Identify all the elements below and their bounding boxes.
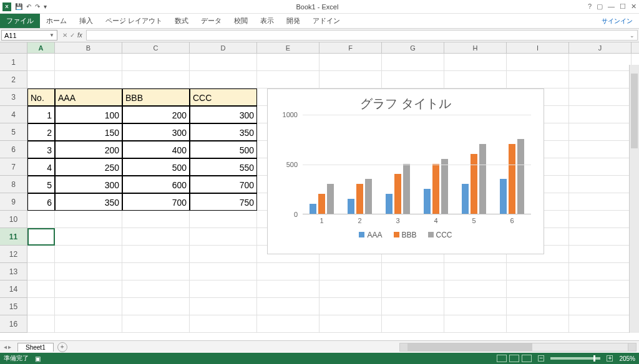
chart-bar[interactable] bbox=[424, 189, 431, 214]
cell-D3[interactable]: CCC bbox=[190, 89, 257, 106]
cell-H15[interactable] bbox=[444, 298, 507, 315]
tab-file[interactable]: ファイル bbox=[0, 14, 40, 28]
enter-formula-icon[interactable]: ✓ bbox=[70, 32, 75, 39]
cell-D2[interactable] bbox=[190, 71, 257, 89]
formula-bar-expand-icon[interactable]: ⌄ bbox=[630, 32, 635, 39]
cell-F13[interactable] bbox=[320, 263, 382, 280]
row-header-11[interactable]: 11 bbox=[0, 228, 27, 246]
cell-H14[interactable] bbox=[444, 280, 507, 298]
cell-C12[interactable] bbox=[122, 246, 190, 263]
cell-D6[interactable]: 500 bbox=[190, 141, 257, 158]
column-header-A[interactable]: A bbox=[27, 42, 55, 53]
cell-A9[interactable]: 6 bbox=[27, 193, 55, 211]
cancel-formula-icon[interactable]: ✕ bbox=[62, 32, 67, 39]
cell-B14[interactable] bbox=[55, 280, 122, 298]
row-header-2[interactable]: 2 bbox=[0, 71, 27, 89]
cell-F2[interactable] bbox=[320, 71, 382, 89]
cell-J8[interactable] bbox=[569, 176, 632, 193]
add-sheet-button[interactable]: + bbox=[57, 342, 67, 352]
cell-B9[interactable]: 350 bbox=[55, 193, 122, 211]
chart-bar[interactable] bbox=[310, 204, 316, 214]
cell-B13[interactable] bbox=[55, 263, 122, 280]
cell-A10[interactable] bbox=[27, 211, 55, 228]
column-header-B[interactable]: B bbox=[55, 42, 122, 53]
cell-I14[interactable] bbox=[507, 280, 569, 298]
cell-A15[interactable] bbox=[27, 298, 55, 315]
row-header-16[interactable]: 16 bbox=[0, 315, 27, 333]
column-header-F[interactable]: F bbox=[320, 42, 382, 53]
cell-A7[interactable]: 4 bbox=[27, 158, 55, 176]
column-header-H[interactable]: H bbox=[444, 42, 507, 53]
row-header-12[interactable]: 12 bbox=[0, 246, 27, 263]
cell-C2[interactable] bbox=[122, 71, 190, 89]
cell-C15[interactable] bbox=[122, 298, 190, 315]
cell-D13[interactable] bbox=[190, 263, 257, 280]
cell-B15[interactable] bbox=[55, 298, 122, 315]
cell-C16[interactable] bbox=[122, 315, 190, 333]
cell-J4[interactable] bbox=[569, 106, 632, 123]
name-box[interactable]: A11 ▼ bbox=[1, 30, 57, 41]
cell-C3[interactable]: BBB bbox=[122, 89, 190, 106]
cell-D12[interactable] bbox=[190, 246, 257, 263]
cell-J6[interactable] bbox=[569, 141, 632, 158]
column-header-J[interactable]: J bbox=[569, 42, 632, 53]
sheet-next-icon[interactable]: ▸ bbox=[8, 343, 11, 350]
cell-J11[interactable] bbox=[569, 228, 632, 246]
chart-bar[interactable] bbox=[394, 174, 401, 214]
cell-F14[interactable] bbox=[320, 280, 382, 298]
cell-D7[interactable]: 550 bbox=[190, 158, 257, 176]
chart-legend-item[interactable]: CCC bbox=[428, 231, 452, 239]
ribbon-display-icon[interactable]: ▢ bbox=[597, 2, 603, 11]
tab-insert[interactable]: 挿入 bbox=[73, 14, 99, 28]
tab-developer[interactable]: 開発 bbox=[280, 14, 306, 28]
cell-B8[interactable]: 300 bbox=[55, 176, 122, 193]
cell-A11[interactable] bbox=[27, 228, 55, 246]
row-header-7[interactable]: 7 bbox=[0, 158, 27, 176]
cell-E1[interactable] bbox=[257, 54, 320, 71]
cell-D9[interactable]: 750 bbox=[190, 193, 257, 211]
chart-legend-item[interactable]: BBB bbox=[394, 231, 417, 239]
cell-C8[interactable]: 600 bbox=[122, 176, 190, 193]
cell-J3[interactable] bbox=[569, 89, 632, 106]
column-header-I[interactable]: I bbox=[507, 42, 569, 53]
tab-data[interactable]: データ bbox=[195, 14, 228, 28]
cell-C11[interactable] bbox=[122, 228, 190, 246]
cell-G15[interactable] bbox=[382, 298, 444, 315]
cell-F15[interactable] bbox=[320, 298, 382, 315]
name-box-dropdown-icon[interactable]: ▼ bbox=[49, 32, 54, 38]
cell-C7[interactable]: 500 bbox=[122, 158, 190, 176]
cell-D1[interactable] bbox=[190, 54, 257, 71]
chart-bar[interactable] bbox=[479, 144, 486, 214]
cell-F16[interactable] bbox=[320, 315, 382, 333]
column-header-C[interactable]: C bbox=[122, 42, 190, 53]
row-header-4[interactable]: 4 bbox=[0, 106, 27, 123]
zoom-slider[interactable] bbox=[550, 357, 600, 360]
macro-record-icon[interactable]: ▣ bbox=[35, 355, 41, 362]
cell-I2[interactable] bbox=[507, 71, 569, 89]
cell-E13[interactable] bbox=[257, 263, 320, 280]
cell-A3[interactable]: No. bbox=[27, 89, 55, 106]
cell-C6[interactable]: 400 bbox=[122, 141, 190, 158]
cell-I16[interactable] bbox=[507, 315, 569, 333]
tab-formulas[interactable]: 数式 bbox=[168, 14, 195, 28]
redo-icon[interactable]: ↷ bbox=[35, 3, 40, 10]
sheet-tab-active[interactable]: Sheet1 bbox=[17, 343, 54, 352]
cell-D8[interactable]: 700 bbox=[190, 176, 257, 193]
cell-E14[interactable] bbox=[257, 280, 320, 298]
cell-B5[interactable]: 150 bbox=[55, 123, 122, 141]
cell-J5[interactable] bbox=[569, 123, 632, 141]
chart-bar[interactable] bbox=[432, 164, 439, 214]
chart-bar[interactable] bbox=[348, 199, 354, 214]
select-all-triangle[interactable] bbox=[0, 42, 27, 53]
cell-C13[interactable] bbox=[122, 263, 190, 280]
row-header-15[interactable]: 15 bbox=[0, 298, 27, 315]
cell-H13[interactable] bbox=[444, 263, 507, 280]
row-header-14[interactable]: 14 bbox=[0, 280, 27, 298]
signin-link[interactable]: サインイン bbox=[595, 14, 639, 28]
column-header-E[interactable]: E bbox=[257, 42, 320, 53]
cell-D4[interactable]: 300 bbox=[190, 106, 257, 123]
chart-bar[interactable] bbox=[356, 184, 363, 214]
cell-A16[interactable] bbox=[27, 315, 55, 333]
column-header-D[interactable]: D bbox=[190, 42, 257, 53]
cell-G13[interactable] bbox=[382, 263, 444, 280]
